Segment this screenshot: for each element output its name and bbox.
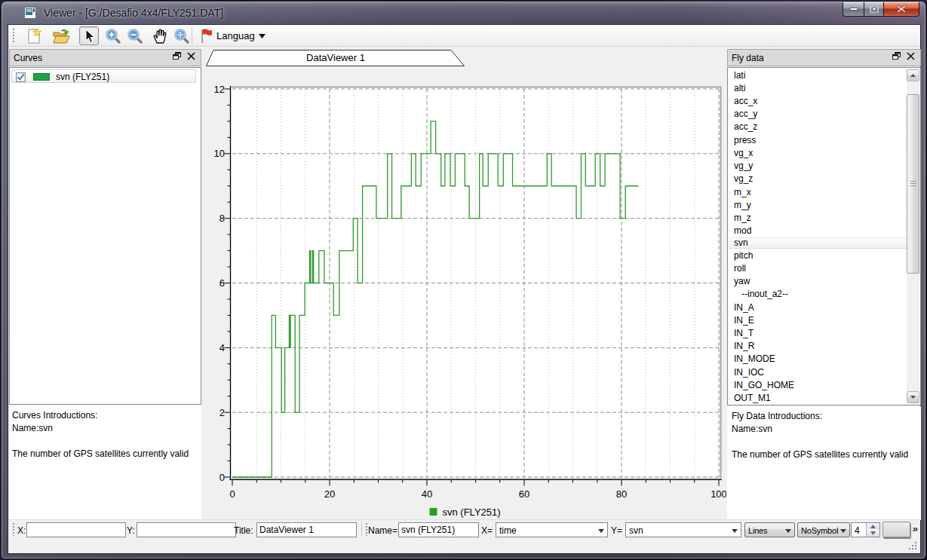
flydata-item-OUT_M1[interactable]: OUT_M1 xyxy=(729,391,907,404)
curve-settings-toolbar: X: Y: Title: Name= X= time Y= svn Lines xyxy=(8,519,920,553)
select-cursor-button[interactable] xyxy=(79,26,99,45)
flydata-item-IN_A[interactable]: IN_A xyxy=(729,301,907,314)
curves-dock-float-button[interactable] xyxy=(173,52,184,63)
zoom-reset-button[interactable] xyxy=(172,26,192,45)
svg-text:10: 10 xyxy=(214,148,225,159)
line-style-combo-arrow-icon xyxy=(785,529,791,533)
flydata-item-inout_a2[interactable]: --inout_a2-- xyxy=(729,288,907,301)
language-dropdown-arrow xyxy=(259,34,266,38)
svg-text:40: 40 xyxy=(422,488,432,500)
curves-dock-title: Curves xyxy=(14,53,42,63)
language-label: Languag xyxy=(216,30,255,41)
close-button[interactable] xyxy=(884,2,919,17)
curves-list[interactable]: svn (FLY251) xyxy=(9,67,201,405)
flydata-item-pitch[interactable]: pitch xyxy=(729,249,907,262)
flydata-item-vg_z[interactable]: vg_z xyxy=(729,173,907,185)
svg-text:4: 4 xyxy=(219,342,225,353)
y-axis-combo-value: svn xyxy=(629,525,643,536)
zoom-out-icon xyxy=(127,28,143,44)
flydata-item-press[interactable]: press xyxy=(729,133,907,146)
scroll-down-arrow-icon xyxy=(910,396,916,399)
y-coord-input[interactable] xyxy=(137,522,236,537)
flydata-intro-panel: Fly Data Introductions: Name:svn The num… xyxy=(727,406,921,520)
client-area: Languag Curves xyxy=(8,24,921,554)
x-axis-combo[interactable]: time xyxy=(496,522,608,537)
svg-text:0: 0 xyxy=(229,488,235,500)
flydata-item-acc_x[interactable]: acc_x xyxy=(729,94,907,107)
minimize-button[interactable] xyxy=(843,2,864,17)
symbol-combo-arrow-icon xyxy=(840,529,846,533)
svg-text:8: 8 xyxy=(219,213,225,224)
flydata-item-IN_T[interactable]: IN_T xyxy=(729,326,907,339)
scrollbar-grip xyxy=(910,181,916,186)
curve-checkbox[interactable] xyxy=(16,72,26,85)
curves-intro-body: The number of GPS satellites currently v… xyxy=(12,448,198,461)
toolbar-overflow-button[interactable]: » xyxy=(912,523,919,534)
svg-text:6: 6 xyxy=(219,277,225,289)
curve-color-button[interactable] xyxy=(882,522,910,537)
tab-dataviewer-1[interactable]: DataViewer 1 xyxy=(206,50,465,66)
title-label: Title: xyxy=(234,525,253,536)
title-bar[interactable]: Viewer - [G:/Desafio 4x4/FLY251.DAT] xyxy=(2,2,925,24)
flydata-list[interactable]: latialtiacc_xacc_yacc_zpressvg_xvg_yvg_z… xyxy=(727,67,921,405)
flydata-item-acc_z[interactable]: acc_z xyxy=(729,121,907,133)
x-coord-input[interactable] xyxy=(26,522,126,537)
resize-grip[interactable] xyxy=(908,541,918,551)
flydata-item-yaw[interactable]: yaw xyxy=(729,275,907,288)
scroll-up-button[interactable] xyxy=(907,69,919,81)
spin-down-button[interactable] xyxy=(866,529,879,537)
flydata-item-m_x[interactable]: m_x xyxy=(729,185,907,198)
title-input[interactable] xyxy=(256,522,357,537)
flydata-dock-float-button[interactable] xyxy=(892,52,904,63)
language-button[interactable]: Languag xyxy=(200,26,266,45)
flydata-item-vg_y[interactable]: vg_y xyxy=(729,160,907,173)
zoom-in-button[interactable] xyxy=(103,26,123,45)
plot-svg: 024681012020406080100svn (FLY251) xyxy=(202,66,726,522)
y-coord-label: Y: xyxy=(127,525,135,536)
flydata-item-m_z[interactable]: m_z xyxy=(729,211,907,224)
flydata-dock-titlebar[interactable]: Fly data xyxy=(727,49,921,66)
cursor-icon xyxy=(81,28,97,44)
flydata-item-IN_IOC[interactable]: IN_IOC xyxy=(729,366,907,378)
zoom-out-button[interactable] xyxy=(125,26,145,45)
flydata-item-m_y[interactable]: m_y xyxy=(729,198,907,211)
bottom-toolbar-handle[interactable] xyxy=(12,522,15,536)
line-style-combo[interactable]: Lines xyxy=(744,522,795,537)
plot-area[interactable]: 024681012020406080100svn (FLY251) xyxy=(202,66,726,522)
new-file-button[interactable] xyxy=(24,26,44,45)
line-style-combo-value: Lines xyxy=(748,526,767,535)
curve-list-item[interactable]: svn (FLY251) xyxy=(11,69,196,83)
flydata-dock-close-button[interactable] xyxy=(907,52,918,63)
dataviewer-pane: DataViewer 1 024681012020406080100svn (F… xyxy=(202,49,727,522)
pan-hand-icon xyxy=(152,27,170,45)
curve-name-input[interactable] xyxy=(398,522,479,537)
line-width-value: 4 xyxy=(855,525,860,536)
flydata-item-IN_MODE[interactable]: IN_MODE xyxy=(729,353,907,366)
y-axis-combo[interactable]: svn xyxy=(625,522,741,537)
flydata-item-IN_E[interactable]: IN_E xyxy=(729,314,907,326)
flydata-item-acc_y[interactable]: acc_y xyxy=(729,108,907,121)
curves-dock-close-button[interactable] xyxy=(187,52,198,63)
flydata-item-IN_R[interactable]: IN_R xyxy=(729,340,907,353)
bottom-toolbar-separator xyxy=(361,522,362,537)
line-width-spinbox[interactable]: 4 xyxy=(851,522,880,537)
symbol-combo[interactable]: NoSymbol xyxy=(797,522,850,537)
flydata-item-vg_x[interactable]: vg_x xyxy=(729,146,907,159)
flydata-scrollbar[interactable] xyxy=(907,69,919,404)
open-file-button[interactable] xyxy=(51,26,71,45)
app-window: Viewer - [G:/Desafio 4x4/FLY251.DAT] xyxy=(1,1,926,559)
flydata-intro-body: The number of GPS satellites currently v… xyxy=(732,448,916,461)
toolbar-drag-handle[interactable] xyxy=(12,28,15,44)
flydata-item-lati[interactable]: lati xyxy=(729,69,907,81)
flydata-item-mod[interactable]: mod xyxy=(729,225,907,237)
flydata-item-svn[interactable]: svn xyxy=(729,237,907,249)
curves-dock-titlebar[interactable]: Curves xyxy=(9,49,201,66)
scrollbar-thumb[interactable] xyxy=(907,94,919,274)
scroll-down-button[interactable] xyxy=(907,391,919,403)
curve-color-swatch xyxy=(33,73,50,81)
flydata-item-IN_GO_HOME[interactable]: IN_GO_HOME xyxy=(729,378,907,391)
restore-button[interactable] xyxy=(864,2,884,17)
flydata-item-alti[interactable]: alti xyxy=(729,81,907,94)
flydata-item-roll[interactable]: roll xyxy=(729,262,907,274)
pan-hand-button[interactable] xyxy=(151,26,170,45)
